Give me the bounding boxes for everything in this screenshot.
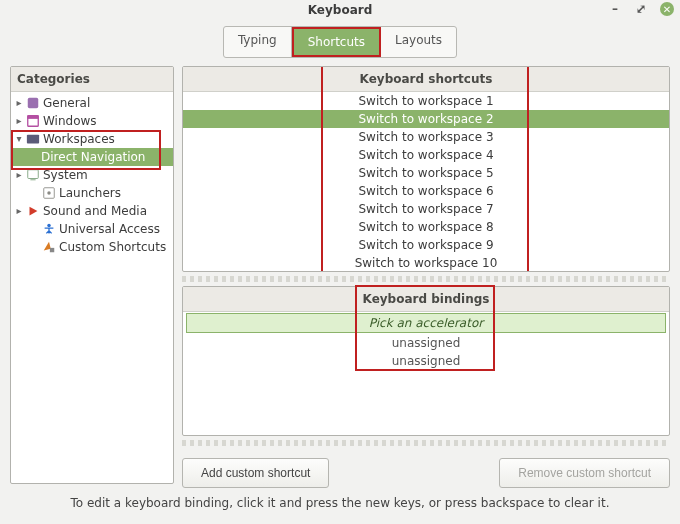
chevron-right-icon[interactable]: ▸ (13, 203, 25, 219)
sidebar-item-launchers[interactable]: ▸Launchers (11, 184, 173, 202)
shortcuts-list[interactable]: Switch to workspace 1Switch to workspace… (183, 92, 669, 272)
svg-rect-3 (27, 135, 39, 144)
sidebar-item-windows[interactable]: ▸Windows (11, 112, 173, 130)
svg-rect-5 (30, 179, 35, 180)
category-tree[interactable]: ▸General▸Windows▾Workspaces▸Direct Navig… (11, 92, 173, 258)
right-column: Keyboard shortcuts Switch to workspace 1… (182, 66, 670, 490)
separator-2 (182, 440, 670, 446)
categories-panel: Categories ▸General▸Windows▾Workspaces▸D… (10, 66, 174, 484)
sidebar-item-label: General (43, 95, 90, 111)
shortcut-row[interactable]: Switch to workspace 2 (183, 110, 669, 128)
sidebar-item-system[interactable]: ▸System (11, 166, 173, 184)
svg-point-9 (47, 224, 51, 228)
sidebar-item-direct-navigation[interactable]: ▸Direct Navigation (11, 148, 173, 166)
sidebar-item-label: Workspaces (43, 131, 115, 147)
tab-box: Typing Shortcuts Layouts (223, 26, 457, 58)
sidebar-item-label: System (43, 167, 88, 183)
separator (182, 276, 670, 282)
svg-point-7 (47, 191, 51, 195)
sidebar-item-label: Custom Shortcuts (59, 239, 166, 255)
svg-rect-2 (28, 116, 39, 119)
sidebar-item-universal-access[interactable]: ▸Universal Access (11, 220, 173, 238)
title-bar: Keyboard – ⤢ ✕ (0, 0, 680, 20)
bindings-list[interactable]: Pick an acceleratorunassignedunassigned (183, 314, 669, 374)
svg-rect-0 (28, 98, 39, 109)
chevron-right-icon[interactable]: ▸ (13, 113, 25, 129)
media-icon (25, 203, 41, 219)
chevron-right-icon[interactable]: ▸ (13, 95, 25, 111)
maximize-icon[interactable]: ⤢ (634, 2, 648, 16)
shortcuts-panel: Keyboard shortcuts Switch to workspace 1… (182, 66, 670, 272)
shortcuts-header: Keyboard shortcuts (183, 67, 669, 92)
workspaces-icon (25, 131, 41, 147)
tab-shortcuts[interactable]: Shortcuts (294, 29, 379, 55)
svg-rect-11 (50, 248, 54, 252)
bindings-header: Keyboard bindings (183, 287, 669, 312)
shortcut-row[interactable]: Switch to workspace 10 (183, 254, 669, 272)
sidebar-item-label: Universal Access (59, 221, 160, 237)
binding-row[interactable]: unassigned (183, 334, 669, 352)
binding-row[interactable]: unassigned (183, 352, 669, 370)
shortcut-row[interactable]: Switch to workspace 1 (183, 92, 669, 110)
main-area: Categories ▸General▸Windows▾Workspaces▸D… (0, 66, 680, 490)
windows-icon (25, 113, 41, 129)
general-icon (25, 95, 41, 111)
svg-marker-8 (30, 207, 38, 216)
chevron-down-icon[interactable]: ▾ (13, 131, 25, 147)
binding-accelerator-editing[interactable]: Pick an accelerator (187, 314, 665, 332)
shortcut-row[interactable]: Switch to workspace 7 (183, 200, 669, 218)
shortcut-row[interactable]: Switch to workspace 3 (183, 128, 669, 146)
sidebar-item-label: Windows (43, 113, 97, 129)
shortcut-row[interactable]: Switch to workspace 8 (183, 218, 669, 236)
shortcut-row[interactable]: Switch to workspace 9 (183, 236, 669, 254)
custom-icon (41, 239, 57, 255)
tab-row: Typing Shortcuts Layouts (0, 20, 680, 66)
close-icon[interactable]: ✕ (660, 2, 674, 16)
shortcut-row[interactable]: Switch to workspace 6 (183, 182, 669, 200)
sidebar-item-label: Direct Navigation (41, 149, 145, 165)
window-title: Keyboard (308, 3, 373, 17)
chevron-right-icon[interactable]: ▸ (13, 167, 25, 183)
window-controls: – ⤢ ✕ (608, 2, 674, 16)
bindings-panel: Keyboard bindings Pick an acceleratoruna… (182, 286, 670, 436)
sidebar-item-sound-and-media[interactable]: ▸Sound and Media (11, 202, 173, 220)
access-icon (41, 221, 57, 237)
sidebar-item-general[interactable]: ▸General (11, 94, 173, 112)
sidebar-item-workspaces[interactable]: ▾Workspaces (11, 130, 173, 148)
svg-marker-10 (44, 242, 51, 251)
tab-shortcuts-highlight: Shortcuts (292, 27, 381, 57)
shortcut-row[interactable]: Switch to workspace 4 (183, 146, 669, 164)
categories-header: Categories (11, 67, 173, 92)
tab-layouts[interactable]: Layouts (381, 27, 456, 57)
minimize-icon[interactable]: – (608, 2, 622, 16)
remove-custom-shortcut-button: Remove custom shortcut (499, 458, 670, 488)
shortcut-row[interactable]: Switch to workspace 5 (183, 164, 669, 182)
system-icon (25, 167, 41, 183)
tab-typing[interactable]: Typing (224, 27, 292, 57)
button-row: Add custom shortcut Remove custom shortc… (182, 450, 670, 490)
add-custom-shortcut-button[interactable]: Add custom shortcut (182, 458, 329, 488)
sidebar-item-custom-shortcuts[interactable]: ▸Custom Shortcuts (11, 238, 173, 256)
svg-rect-4 (28, 170, 39, 179)
footer-hint: To edit a keyboard binding, click it and… (0, 490, 680, 516)
sidebar-item-label: Launchers (59, 185, 121, 201)
launchers-icon (41, 185, 57, 201)
sidebar-item-label: Sound and Media (43, 203, 147, 219)
